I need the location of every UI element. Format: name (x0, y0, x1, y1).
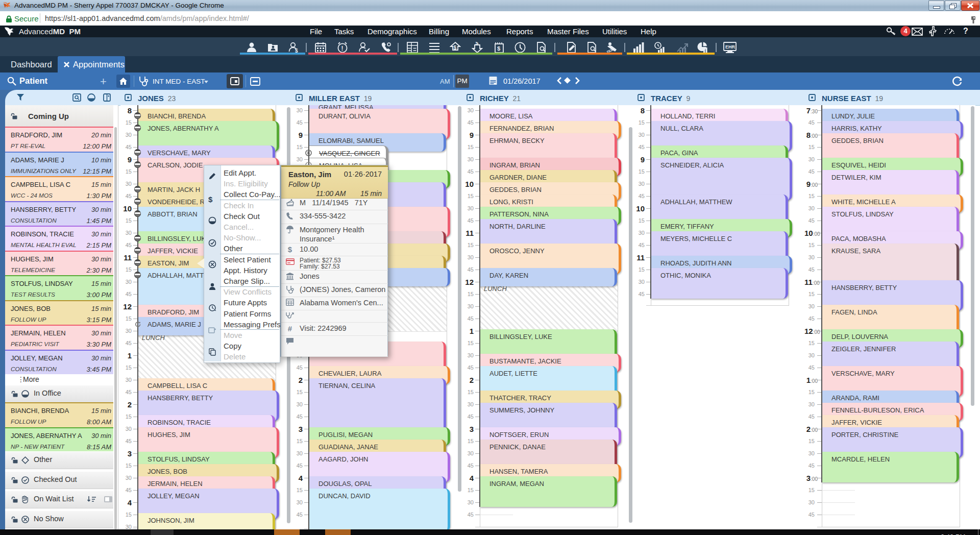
svg-text:$: $ (454, 45, 457, 51)
svg-text:$: $ (476, 42, 479, 46)
svg-text:!: ! (341, 45, 344, 52)
svg-text:$: $ (497, 45, 500, 52)
svg-text:EHR: EHR (725, 44, 736, 50)
